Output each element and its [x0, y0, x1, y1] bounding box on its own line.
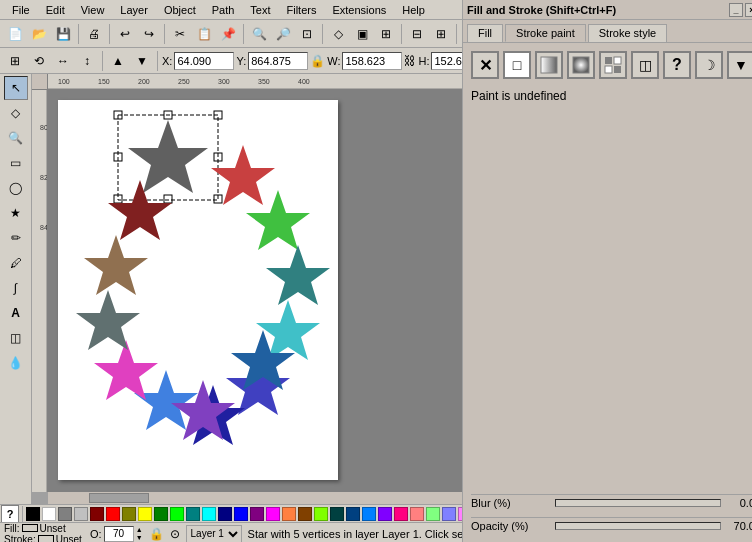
opacity-input-status[interactable] [104, 526, 134, 542]
color-swatch-4[interactable] [90, 507, 104, 521]
node-btn[interactable]: ◇ [327, 23, 349, 45]
color-swatch-1[interactable] [42, 507, 56, 521]
color-swatch-18[interactable] [314, 507, 328, 521]
copy-btn[interactable]: 📋 [193, 23, 215, 45]
color-swatch-6[interactable] [122, 507, 136, 521]
menu-text[interactable]: Text [242, 2, 278, 18]
paint-radial-btn[interactable] [567, 51, 595, 79]
opacity-down-icon[interactable]: ▼ [136, 534, 143, 542]
panel-close-btn[interactable]: × [745, 3, 752, 17]
menu-filters[interactable]: Filters [279, 2, 325, 18]
node-tool[interactable]: ◇ [4, 101, 28, 125]
color-swatch-20[interactable] [346, 507, 360, 521]
lower-btn[interactable]: ▼ [131, 50, 153, 72]
paint-flat-btn[interactable]: □ [503, 51, 531, 79]
pencil-tool[interactable]: ✏ [4, 226, 28, 250]
snap-status-icon[interactable]: ⊙ [170, 527, 180, 541]
menu-edit[interactable]: Edit [38, 2, 73, 18]
paint-unknown-btn[interactable]: ? [663, 51, 691, 79]
color-swatch-2[interactable] [58, 507, 72, 521]
star-7[interactable] [134, 370, 198, 430]
undo-btn[interactable]: ↩ [114, 23, 136, 45]
star-tool[interactable]: ★ [4, 201, 28, 225]
color-swatch-3[interactable] [74, 507, 88, 521]
paste-btn[interactable]: 📌 [217, 23, 239, 45]
print-btn[interactable]: 🖨 [83, 23, 105, 45]
opacity-up-icon[interactable]: ▲ [136, 526, 143, 534]
color-swatch-12[interactable] [218, 507, 232, 521]
menu-view[interactable]: View [73, 2, 113, 18]
menu-extensions[interactable]: Extensions [324, 2, 394, 18]
layer-select[interactable]: Layer 1 [186, 525, 242, 543]
paint-pattern-btn[interactable] [599, 51, 627, 79]
calligraphy-tool[interactable]: ∫ [4, 276, 28, 300]
ellipse-tool[interactable]: ◯ [4, 176, 28, 200]
menu-help[interactable]: Help [394, 2, 433, 18]
zoom-out-btn[interactable]: 🔎 [272, 23, 294, 45]
select-all-btn[interactable]: ⊞ [4, 50, 26, 72]
pen-tool[interactable]: 🖊 [4, 251, 28, 275]
tab-stroke-paint[interactable]: Stroke paint [505, 24, 586, 42]
rect-tool[interactable]: ▭ [4, 151, 28, 175]
color-swatch-8[interactable] [154, 507, 168, 521]
zoom-tool[interactable]: 🔍 [4, 126, 28, 150]
gradient-tool[interactable]: ◫ [4, 326, 28, 350]
star-3[interactable] [266, 245, 330, 305]
paint-swatch-btn[interactable]: ◫ [631, 51, 659, 79]
color-swatch-7[interactable] [138, 507, 152, 521]
star-8[interactable] [94, 340, 158, 400]
flip-v-btn[interactable]: ↕ [76, 50, 98, 72]
menu-path[interactable]: Path [204, 2, 243, 18]
redo-btn[interactable]: ↪ [138, 23, 160, 45]
blur-slider[interactable] [555, 499, 721, 507]
group-btn[interactable]: ▣ [351, 23, 373, 45]
color-swatch-26[interactable] [442, 507, 456, 521]
color-swatch-14[interactable] [250, 507, 264, 521]
paint-linear-btn[interactable] [535, 51, 563, 79]
x-input[interactable] [174, 52, 234, 70]
align-btn[interactable]: ⊟ [406, 23, 428, 45]
menu-object[interactable]: Object [156, 2, 204, 18]
opacity-spinner[interactable]: ▲ ▼ [136, 526, 143, 542]
color-swatch-24[interactable] [410, 507, 424, 521]
zoom-fit-btn[interactable]: ⊡ [296, 23, 318, 45]
ungroup-btn[interactable]: ⊞ [375, 23, 397, 45]
star-10[interactable] [84, 235, 148, 295]
select-tool[interactable]: ↖ [4, 76, 28, 100]
open-btn[interactable]: 📂 [28, 23, 50, 45]
color-swatch-22[interactable] [378, 507, 392, 521]
paint-inherit-btn[interactable]: ▼ [727, 51, 752, 79]
cut-btn[interactable]: ✂ [169, 23, 191, 45]
flip-h-btn[interactable]: ↔ [52, 50, 74, 72]
menu-file[interactable]: File [4, 2, 38, 18]
color-swatch-15[interactable] [266, 507, 280, 521]
color-swatch-11[interactable] [202, 507, 216, 521]
color-swatch-25[interactable] [426, 507, 440, 521]
paint-unset-btn[interactable]: ☽ [695, 51, 723, 79]
raise-btn[interactable]: ▲ [107, 50, 129, 72]
paint-none-btn[interactable]: ✕ [471, 51, 499, 79]
color-swatch-23[interactable] [394, 507, 408, 521]
color-swatch-13[interactable] [234, 507, 248, 521]
palette-none-btn[interactable]: ? [1, 505, 19, 523]
color-swatch-21[interactable] [362, 507, 376, 521]
link-icon[interactable]: ⛓ [404, 54, 416, 68]
distribute-btn[interactable]: ⊞ [430, 23, 452, 45]
star-9[interactable] [76, 290, 140, 350]
zoom-in-btn[interactable]: 🔍 [248, 23, 270, 45]
lock-icon[interactable]: 🔒 [310, 54, 325, 68]
color-swatch-5[interactable] [106, 507, 120, 521]
text-tool[interactable]: A [4, 301, 28, 325]
menu-layer[interactable]: Layer [112, 2, 156, 18]
save-btn[interactable]: 💾 [52, 23, 74, 45]
color-swatch-10[interactable] [186, 507, 200, 521]
star-1[interactable] [211, 145, 275, 205]
new-btn[interactable]: 📄 [4, 23, 26, 45]
color-swatch-0[interactable] [26, 507, 40, 521]
w-input[interactable] [342, 52, 402, 70]
tab-stroke-style[interactable]: Stroke style [588, 24, 667, 42]
lock-status-icon[interactable]: 🔒 [149, 527, 164, 541]
tab-fill[interactable]: Fill [467, 24, 503, 42]
color-swatch-17[interactable] [298, 507, 312, 521]
opacity-slider[interactable] [555, 522, 721, 530]
